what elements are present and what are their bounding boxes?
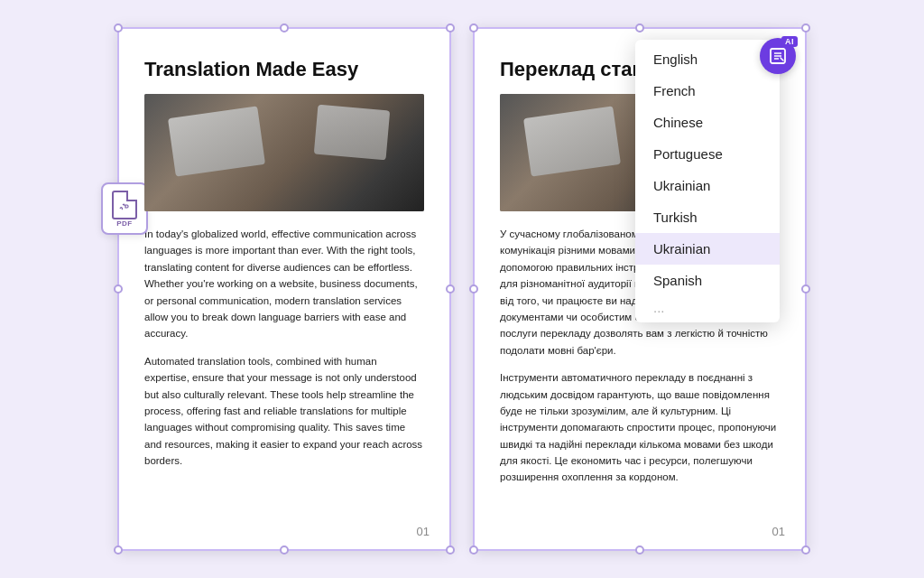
pdf-badge-label: PDF	[116, 219, 133, 228]
handle-tr[interactable]	[446, 23, 455, 33]
handle-br[interactable]	[446, 545, 455, 555]
left-card-para1: In today's globalized world, effective c…	[144, 226, 424, 342]
language-dropdown[interactable]: English French Chinese Portuguese Ukrain…	[635, 40, 780, 322]
dropdown-item-french[interactable]: French	[635, 75, 780, 107]
handle-bm[interactable]	[280, 545, 289, 555]
dropdown-item-portuguese[interactable]: Portuguese	[635, 138, 780, 170]
dropdown-item-english[interactable]: English	[635, 43, 780, 75]
ai-label: AI	[781, 36, 798, 47]
handle-tl[interactable]	[114, 23, 123, 33]
dropdown-item-ellipsis[interactable]: ...	[635, 296, 780, 319]
right-handle-tl[interactable]	[469, 23, 478, 33]
left-card-image	[144, 94, 424, 211]
left-card-title: Translation Made Easy	[144, 58, 424, 81]
right-handle-tr[interactable]	[801, 23, 810, 33]
handle-bl[interactable]	[114, 545, 123, 555]
right-card-para2: Інструменти автоматичного перекладу в по…	[500, 369, 780, 486]
dropdown-item-turkish[interactable]: Turkish	[635, 201, 780, 233]
dropdown-item-spanish[interactable]: Spanish	[635, 265, 780, 296]
right-handle-mr[interactable]	[801, 284, 810, 294]
right-handle-tm[interactable]	[635, 23, 644, 33]
pdf-icon	[112, 191, 137, 219]
right-handle-ml[interactable]	[469, 284, 478, 294]
right-handle-br[interactable]	[801, 545, 810, 555]
dropdown-item-ukrainian-selected[interactable]: Ukrainian	[635, 233, 780, 265]
main-scene: PDF Translation Made Easy In today's glo…	[117, 27, 807, 551]
left-card-para2: Automated translation tools, combined wi…	[144, 353, 424, 470]
handle-tm[interactable]	[280, 23, 289, 33]
dropdown-item-ukrainian1[interactable]: Ukrainian	[635, 170, 780, 201]
pdf-badge[interactable]: PDF	[101, 182, 148, 235]
dropdown-item-chinese[interactable]: Chinese	[635, 107, 780, 138]
left-page-card: PDF Translation Made Easy In today's glo…	[117, 27, 451, 551]
left-card-body: In today's globalized world, effective c…	[144, 226, 424, 469]
right-handle-bl[interactable]	[469, 545, 478, 555]
left-page-number: 01	[417, 525, 430, 538]
right-handle-bm[interactable]	[635, 545, 644, 555]
handle-ml[interactable]	[114, 284, 123, 294]
right-page-number: 01	[772, 525, 785, 538]
handle-mr[interactable]	[446, 284, 455, 294]
